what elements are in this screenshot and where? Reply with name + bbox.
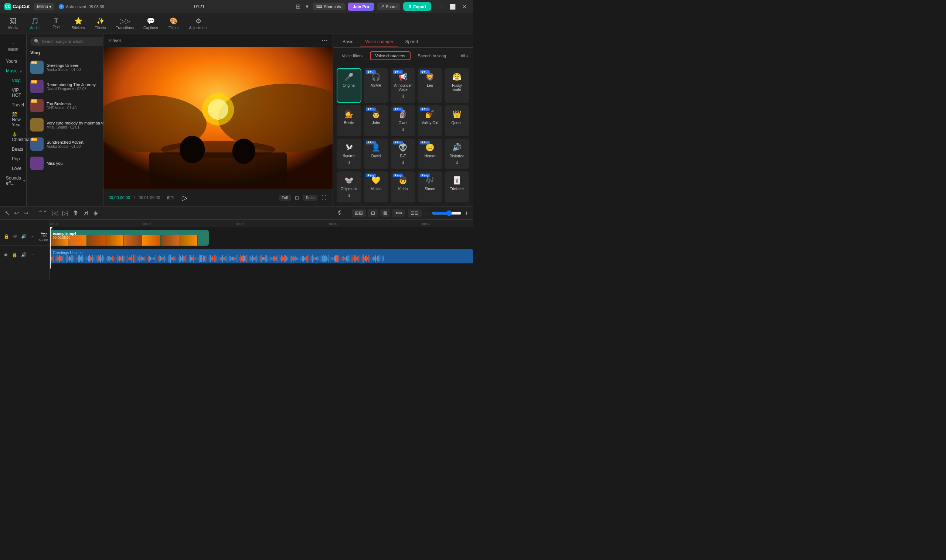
player-menu-button[interactable]: ⋯ (322, 37, 327, 44)
tl-icon-btn-4[interactable]: ⟺ (393, 209, 405, 217)
track-lock-icon[interactable]: 🔒 (3, 233, 10, 240)
shield-button[interactable]: ⛨ (82, 209, 90, 218)
layout-chevron-icon[interactable]: ▾ (305, 2, 310, 11)
tl-icon-btn-3[interactable]: ⊠ (380, 209, 390, 217)
tab-voice-filters[interactable]: Voice filters (337, 52, 367, 60)
loop-icon[interactable]: ⊞⊞ (166, 194, 175, 201)
top-right-controls: ⊞ ▾ ⌨ Shortcuts Join Pro ↗ Share ⬆ Expor… (294, 2, 468, 11)
all-filter-button[interactable]: All ≡ (461, 54, 468, 58)
delete-button[interactable]: 🗑 (72, 209, 80, 218)
voice-card-leo[interactable]: ♛Pro 🦁 Leo (418, 68, 442, 103)
voice-card-david[interactable]: ♛Pro 👤 David (364, 138, 388, 169)
audio-clip[interactable]: Greetings Unseen (function(){ const cont… (50, 249, 473, 263)
tl-icon-btn-5[interactable]: ⊡⊡ (408, 209, 422, 217)
voice-card-chipmunk[interactable]: 🐭 Chipmunk ⬇ (337, 171, 361, 202)
cursor-tool-button[interactable]: ↖ (4, 208, 11, 218)
nav-item-pop[interactable]: Pop (9, 154, 23, 164)
zoom-out-button[interactable]: − (424, 209, 429, 218)
maximize-button[interactable]: ⬜ (447, 3, 458, 10)
nav-item-music[interactable]: Music ∧ (3, 66, 23, 76)
ruler-mark-2: 00:06 (236, 222, 245, 226)
squirrel-icon: 🐿 (345, 143, 353, 151)
track-eye-icon[interactable]: 👁 (12, 233, 18, 240)
tool-transitions[interactable]: ▷▷ Transitions (112, 15, 138, 31)
mic-button[interactable]: 🎙 (336, 209, 344, 218)
voice-card-asmr[interactable]: ♛Pro 🎧 ASMR (364, 68, 388, 103)
nav-item-sounds-eff[interactable]: Sounds eff... ▾ (3, 173, 23, 188)
voice-card-minion[interactable]: ♛Pro 💛 Minion (364, 171, 388, 202)
ratio-button[interactable]: Ratio (303, 195, 317, 201)
voice-card-trickster[interactable]: 🃏 Trickster (445, 171, 469, 202)
download-icon: ⬇ (455, 160, 459, 166)
tl-icon-btn-2[interactable]: ⊡ (368, 209, 378, 217)
crop-icon[interactable]: ⊡ (294, 194, 300, 202)
audio-more-icon[interactable]: ⋯ (29, 252, 35, 258)
voice-card-homer[interactable]: ♛Pro 😑 Homer (418, 138, 442, 169)
tab-speed[interactable]: Speed (400, 37, 423, 47)
player-header: Player ⋯ (103, 34, 333, 47)
tool-media[interactable]: 🖼 Media (4, 16, 23, 31)
share-button[interactable]: ↗ Share (377, 3, 400, 10)
redo-button[interactable]: ↪ (22, 208, 29, 218)
tl-icon-btn-1[interactable]: ⊞⊞ (352, 209, 366, 217)
zoom-slider[interactable] (432, 210, 462, 216)
play-button[interactable]: ▷ (181, 192, 188, 203)
close-button[interactable]: ✕ (461, 3, 468, 10)
undo-button[interactable]: ↩ (13, 208, 20, 218)
voice-card-fussy-male[interactable]: 😤 Fussy male (445, 68, 469, 103)
audio-lock-icon[interactable]: 🔒 (11, 252, 18, 258)
tool-adjustment[interactable]: ⚙ Adjustment (185, 15, 211, 31)
join-pro-button[interactable]: Join Pro (348, 3, 374, 11)
layout-icon[interactable]: ⊞ (294, 2, 302, 11)
tl-tracks: example.mp4 00:00:05:00 (50, 227, 473, 269)
minimize-button[interactable]: ─ (437, 3, 445, 10)
nav-item-yours[interactable]: Yours › (3, 57, 23, 66)
voice-card-john[interactable]: ♛Pro 👨 John (364, 105, 388, 136)
track-volume-icon[interactable]: 🔊 (20, 233, 27, 240)
voice-card-valley-girl[interactable]: ♛Pro 💅 Valley Girl (418, 105, 442, 136)
voice-card-kiddo[interactable]: ♛Pro 👦 Kiddo (391, 171, 415, 202)
tool-filters[interactable]: 🎨 Filters (164, 15, 183, 31)
nav-item-love[interactable]: Love (9, 164, 23, 173)
nav-item-beats[interactable]: Beats (9, 145, 23, 154)
align-right-button[interactable]: ▷| (61, 208, 69, 218)
align-left-button[interactable]: |◁ (51, 208, 59, 218)
nav-item-new-year[interactable]: 🎊 New Year (9, 110, 23, 130)
sidebar-item-import[interactable]: + Import (0, 37, 26, 54)
voice-card-original[interactable]: 🎤 Original (337, 68, 361, 103)
voice-card-distorted[interactable]: 🔊 Distorted ⬇ (445, 138, 469, 169)
tool-audio[interactable]: 🎵 Audio (25, 15, 44, 31)
zoom-in-button[interactable]: + (464, 209, 469, 218)
tool-captions[interactable]: 💬 Captions (140, 15, 162, 31)
shortcuts-button[interactable]: ⌨ Shortcuts (313, 3, 344, 10)
export-button[interactable]: ⬆ Export (403, 2, 431, 11)
tool-text[interactable]: T Text (46, 16, 66, 31)
tab-speech-to-song[interactable]: Speech to song (413, 52, 450, 60)
voice-card-giant[interactable]: ♛Pro 🗿 Giant ⬇ (391, 105, 415, 136)
cover-label-button[interactable]: 📷 Cover (38, 229, 49, 244)
nav-item-travel[interactable]: Travel (9, 100, 23, 110)
voice-card-simon[interactable]: ♛Pro 🎶 Simon (418, 171, 442, 202)
voice-card-et[interactable]: ♛Pro 👽 E-T ⬇ (391, 138, 415, 169)
video-clip[interactable]: example.mp4 00:00:05:00 (50, 230, 209, 246)
tool-stickers[interactable]: ⭐ Stickers (68, 15, 89, 31)
audio-volume-icon[interactable]: 🔊 (20, 252, 27, 258)
tab-basic[interactable]: Basic (337, 37, 359, 47)
tab-voice-characters[interactable]: Voice characters (370, 51, 410, 60)
nav-item-vip-hot[interactable]: VIP HOT (9, 85, 23, 100)
track-more-icon[interactable]: ⋯ (29, 233, 35, 240)
split-button[interactable]: ⌃⌃ (37, 208, 49, 218)
tab-voice-changer[interactable]: Voice changer (360, 37, 398, 47)
nav-item-christmas[interactable]: 🎄 Christmas (9, 130, 23, 145)
fullscreen-icon[interactable]: ⛶ (320, 194, 327, 202)
audio-track-icon[interactable]: ⏺ (3, 252, 9, 258)
voice-card-squirrel[interactable]: 🐿 Squirrel ⬇ (337, 138, 361, 169)
voice-card-queen[interactable]: 👑 Queen (445, 105, 469, 136)
full-button[interactable]: Full (279, 195, 291, 201)
shield2-button[interactable]: ◈ (92, 208, 99, 218)
voice-card-announcer[interactable]: ♛Pro 📢 Announcer Voice ⬇ (391, 68, 415, 103)
voice-card-bestie[interactable]: 💁 Bestie (337, 105, 361, 136)
menu-button[interactable]: Menu ▾ (34, 3, 54, 10)
nav-item-vlog[interactable]: Vlog (9, 76, 23, 85)
tool-effects[interactable]: ✨ Effects (91, 15, 110, 31)
